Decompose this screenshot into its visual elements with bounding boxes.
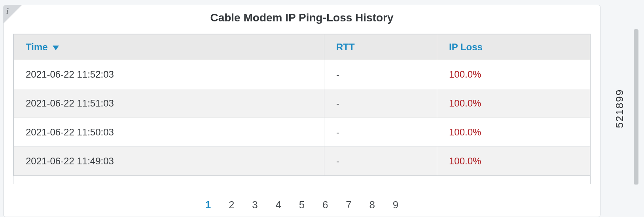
column-header-rtt-label: RTT: [336, 42, 355, 52]
column-header-ip-loss[interactable]: IP Loss: [437, 34, 590, 60]
figure-reference-number: 521899: [614, 89, 626, 128]
table-row: 2021-06-22 11:52:03 - 100.0%: [14, 60, 590, 89]
cell-time: 2021-06-22 11:50:03: [14, 118, 324, 147]
page-number[interactable]: 8: [362, 199, 383, 211]
cell-ip-loss: 100.0%: [437, 147, 590, 176]
column-header-time[interactable]: Time: [14, 34, 324, 60]
table-header-row: Time RTT IP Loss: [14, 34, 590, 60]
ping-loss-history-panel: i Cable Modem IP Ping-Loss History Time: [3, 5, 600, 217]
ping-loss-table-container: Time RTT IP Loss: [13, 34, 591, 184]
cell-ip-loss: 100.0%: [437, 89, 590, 118]
table-row: 2021-06-22 11:50:03 - 100.0%: [14, 118, 590, 147]
page-number[interactable]: 2: [221, 199, 242, 211]
cell-rtt: -: [324, 60, 437, 89]
cell-time: 2021-06-22 11:52:03: [14, 60, 324, 89]
cell-rtt: -: [324, 89, 437, 118]
sort-desc-icon: [53, 46, 59, 50]
pagination: 1 2 3 4 5 6 7 8 9: [4, 199, 600, 211]
table-row: 2021-06-22 11:49:03 - 100.0%: [14, 147, 590, 176]
cell-rtt: -: [324, 118, 437, 147]
column-header-ip-loss-label: IP Loss: [449, 42, 483, 52]
column-header-time-label: Time: [26, 42, 48, 52]
cell-time: 2021-06-22 11:49:03: [14, 147, 324, 176]
info-icon[interactable]: i: [6, 7, 9, 16]
page-number[interactable]: 9: [385, 199, 406, 211]
page-number[interactable]: 4: [268, 199, 289, 211]
page-number[interactable]: 7: [338, 199, 359, 211]
cell-rtt: -: [324, 147, 437, 176]
vertical-scrollbar[interactable]: [634, 29, 638, 185]
page-number[interactable]: 1: [198, 199, 218, 211]
cell-time: 2021-06-22 11:51:03: [14, 89, 324, 118]
ping-loss-table: Time RTT IP Loss: [13, 34, 590, 176]
page-number[interactable]: 5: [292, 199, 312, 211]
page-number[interactable]: 6: [315, 199, 335, 211]
table-row: 2021-06-22 11:51:03 - 100.0%: [14, 89, 590, 118]
svg-marker-0: [53, 46, 59, 50]
cell-ip-loss: 100.0%: [437, 118, 590, 147]
column-header-rtt[interactable]: RTT: [324, 34, 437, 60]
page-number[interactable]: 3: [245, 199, 265, 211]
panel-title: Cable Modem IP Ping-Loss History: [4, 5, 600, 31]
cell-ip-loss: 100.0%: [437, 60, 590, 89]
